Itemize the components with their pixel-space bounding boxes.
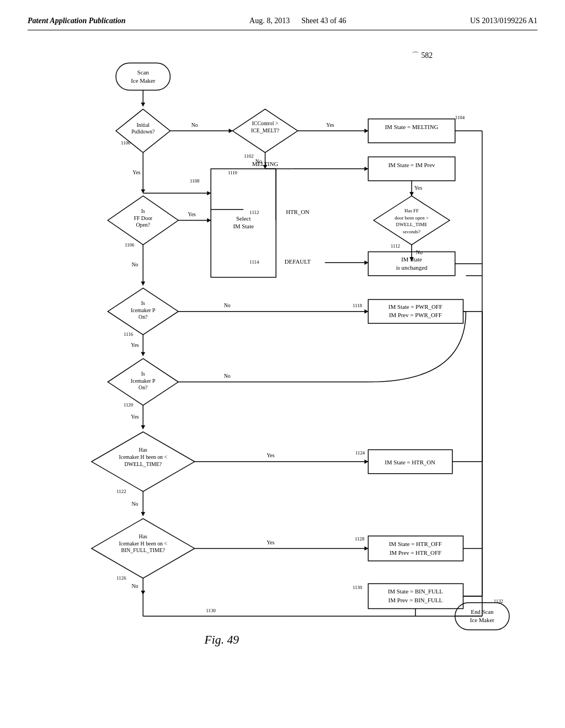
arrowhead-9 bbox=[364, 260, 368, 265]
icemaker-p1-label3: On? bbox=[138, 314, 147, 320]
decision-initial-label1: Initial bbox=[137, 122, 150, 128]
end-label2: Ice Maker bbox=[470, 617, 494, 623]
icemaker-p2-label1: Is bbox=[141, 371, 145, 377]
no-label-1: No bbox=[191, 122, 198, 128]
select-im-label2: IM State bbox=[233, 223, 254, 229]
im-bin-full-label2: IM Prev = BIN_FULL bbox=[388, 597, 443, 603]
arrowhead-12 bbox=[141, 282, 145, 286]
label-1130: 1130 bbox=[353, 585, 363, 590]
arrowhead-10 bbox=[207, 191, 211, 195]
figure-number: ⌒ 582 bbox=[412, 51, 433, 60]
im-htr-off-label2: IM Prev = HTR_OFF bbox=[390, 549, 441, 556]
htr-on-label: HTR_ON bbox=[286, 208, 310, 215]
select-im-label1: Select bbox=[236, 215, 250, 222]
icemaker-h2-label3: BIN_FULL_TIME? bbox=[121, 547, 165, 553]
yes-label-4: Yes bbox=[188, 211, 196, 217]
ff-door-label1: Is bbox=[141, 208, 145, 214]
icemaker-h2-label1: Has bbox=[139, 533, 147, 539]
iccontrol-label1: ICControl > bbox=[252, 120, 279, 126]
label-1112b: 1112 bbox=[249, 210, 259, 215]
label-1108: 1108 bbox=[190, 178, 200, 184]
yes-label-8: Yes bbox=[266, 539, 274, 545]
label-1118: 1118 bbox=[353, 303, 363, 308]
page: Patent Application Publication Aug. 8, 2… bbox=[0, 0, 565, 728]
im-htr-on-label: IM State = HTR_ON bbox=[385, 459, 435, 465]
ff-door-open-label3: DWELL_TIME bbox=[396, 222, 428, 227]
decision-initial-label2: Pulldown? bbox=[131, 129, 154, 135]
arrowhead-6 bbox=[364, 167, 368, 171]
arrowhead-7 bbox=[409, 192, 414, 196]
ff-door-label3: Open? bbox=[136, 222, 150, 228]
arrowhead-11 bbox=[207, 218, 211, 223]
default-label: DEFAULT bbox=[285, 258, 311, 265]
no-label-4: No bbox=[132, 261, 138, 267]
arrowhead-17 bbox=[141, 512, 145, 516]
no-label-6: No bbox=[224, 373, 231, 379]
label-1120: 1120 bbox=[124, 402, 134, 408]
arrowhead-18 bbox=[364, 546, 368, 550]
start-label: Scan bbox=[137, 69, 150, 76]
no-label-5: No bbox=[224, 302, 231, 308]
sheet-label: Sheet 43 of 46 bbox=[301, 17, 346, 25]
label-1112: 1112 bbox=[391, 243, 400, 249]
process-im-prev bbox=[368, 157, 455, 180]
melting-label-left: MELTING bbox=[252, 160, 279, 167]
publication-label: Patent Application Publication bbox=[28, 17, 126, 25]
im-prev-label: IM State = IM Prev bbox=[388, 162, 435, 168]
label-1100: 1100 bbox=[121, 140, 131, 146]
icemaker-p1-label1: Is bbox=[141, 300, 145, 306]
icemaker-h-label1: Has bbox=[139, 447, 147, 453]
start-label2: Ice Maker bbox=[131, 77, 155, 84]
page-header: Patent Application Publication Aug. 8, 2… bbox=[28, 17, 537, 30]
patent-number-label: US 2013/0199226 A1 bbox=[470, 17, 537, 25]
label-1102: 1102 bbox=[244, 153, 253, 159]
arrowhead-3 bbox=[364, 129, 368, 133]
label-1104: 1104 bbox=[455, 115, 465, 120]
arrowhead-19 bbox=[141, 591, 145, 595]
no-label-8: No bbox=[132, 583, 138, 589]
arrowhead-14 bbox=[141, 352, 145, 356]
im-pwr-off-label1: IM State = PWR_OFF bbox=[388, 303, 443, 310]
im-pwr-off-label2: IM Prev = PWR_OFF bbox=[389, 312, 442, 318]
im-unchanged-label1: IM State bbox=[401, 256, 422, 263]
label-1114: 1114 bbox=[249, 259, 259, 265]
icemaker-h2-label2: Icemaker H been on < bbox=[119, 540, 168, 547]
icemaker-p2-label3: On? bbox=[138, 384, 147, 390]
date-sheet-label: Aug. 8, 2013 Sheet 43 of 46 bbox=[249, 17, 346, 25]
flowchart-svg: ⌒ 582 Scan Ice Maker Initial Pulldown? 1… bbox=[28, 41, 537, 692]
date-label: Aug. 8, 2013 bbox=[249, 17, 290, 25]
label-1110: 1110 bbox=[228, 170, 238, 175]
yes-label-6: Yes bbox=[131, 414, 138, 420]
im-bin-full-label1: IM State = BIN_FULL bbox=[388, 588, 443, 595]
arrowhead-16 bbox=[364, 459, 368, 464]
label-1132: 1132 bbox=[494, 598, 503, 604]
label-1122: 1122 bbox=[116, 489, 126, 494]
label-1106: 1106 bbox=[125, 242, 135, 248]
no-label-7: No bbox=[132, 501, 138, 507]
icemaker-h-label3: DWELL_TIME? bbox=[124, 461, 162, 467]
label-1126: 1126 bbox=[116, 575, 126, 581]
iccontrol-label2: ICE_MELT? bbox=[251, 127, 279, 133]
arrowhead-1 bbox=[141, 103, 145, 106]
no-label-3: No bbox=[416, 249, 423, 255]
flowchart-diagram: ⌒ 582 Scan Ice Maker Initial Pulldown? 1… bbox=[28, 41, 537, 692]
label-1130b: 1130 bbox=[206, 608, 216, 613]
arrowhead-5 bbox=[141, 189, 145, 193]
yes-label-3: Yes bbox=[414, 185, 422, 191]
ff-door-open-label4: seconds? bbox=[403, 229, 420, 234]
label-1116: 1116 bbox=[124, 331, 134, 337]
yes-label-2: Yes bbox=[132, 169, 140, 175]
ff-door-open-label1: Has FF bbox=[404, 208, 419, 213]
im-unchanged-label2: is unchanged bbox=[396, 264, 428, 271]
label-1124: 1124 bbox=[355, 450, 365, 456]
yes-label-5: Yes bbox=[131, 342, 138, 348]
yes-label-7: Yes bbox=[266, 452, 274, 458]
ff-door-open-label2: door been open > bbox=[395, 215, 429, 221]
arrowhead-13 bbox=[364, 309, 368, 314]
im-melting-label: IM State = MELTING bbox=[385, 124, 439, 130]
icemaker-h-label2: Icemaker H been on < bbox=[119, 454, 168, 460]
ff-door-label2: FF Door bbox=[134, 215, 152, 221]
process-im-melting bbox=[368, 119, 455, 143]
im-htr-off-label1: IM State = HTR_OFF bbox=[389, 540, 442, 547]
fig-caption: Fig. 49 bbox=[204, 633, 239, 646]
